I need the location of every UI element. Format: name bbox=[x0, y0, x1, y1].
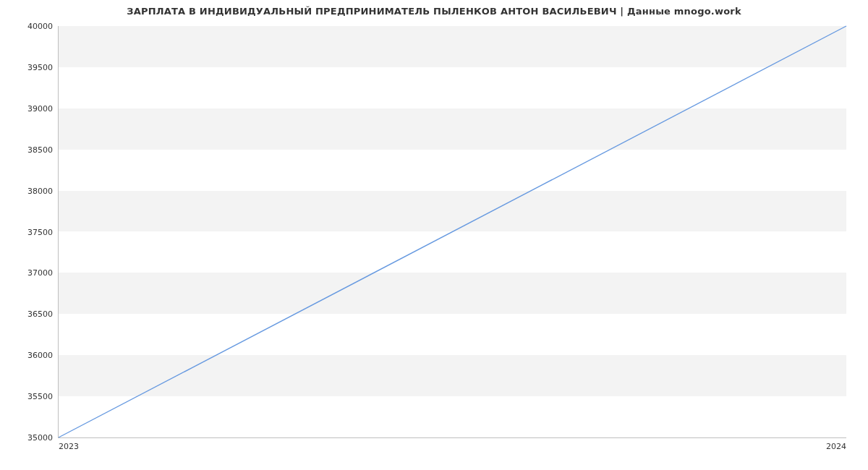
plot-area: 3500035500360003650037000375003800038500… bbox=[58, 26, 846, 438]
y-tick-label: 40000 bbox=[27, 22, 59, 31]
y-tick-label: 36000 bbox=[27, 351, 59, 360]
line-layer bbox=[59, 26, 846, 437]
y-tick-label: 38500 bbox=[27, 145, 59, 154]
y-tick-label: 38000 bbox=[27, 186, 59, 195]
y-tick-label: 35500 bbox=[27, 392, 59, 401]
data-line bbox=[59, 26, 846, 437]
x-tick-label: 2024 bbox=[826, 437, 846, 451]
y-tick-label: 37500 bbox=[27, 227, 59, 236]
x-tick-label: 2023 bbox=[59, 437, 79, 451]
y-tick-label: 39500 bbox=[27, 62, 59, 72]
y-tick-label: 39000 bbox=[27, 103, 59, 113]
y-tick-label: 37000 bbox=[27, 268, 59, 278]
y-tick-label: 35000 bbox=[27, 433, 59, 443]
y-tick-label: 36500 bbox=[27, 309, 59, 319]
chart-container: ЗАРПЛАТА В ИНДИВИДУАЛЬНЫЙ ПРЕДПРИНИМАТЕЛ… bbox=[0, 0, 868, 470]
chart-title: ЗАРПЛАТА В ИНДИВИДУАЛЬНЫЙ ПРЕДПРИНИМАТЕЛ… bbox=[0, 6, 868, 17]
